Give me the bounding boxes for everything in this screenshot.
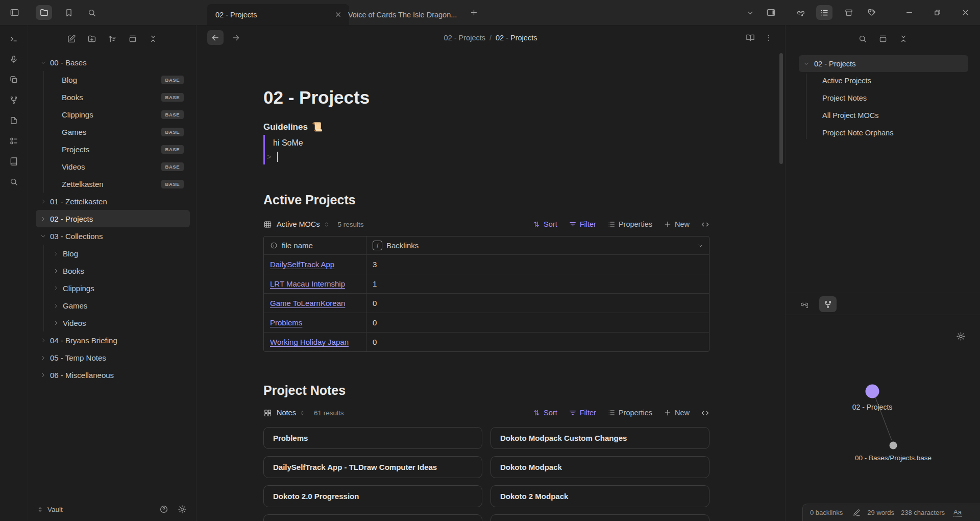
backlinks-cell[interactable]: 0	[366, 294, 709, 313]
note-link[interactable]: Working Holiday Japan	[270, 338, 349, 346]
sidebar-right-toggle-button[interactable]	[763, 5, 779, 20]
outline-item[interactable]: Active Projects	[786, 72, 980, 89]
blockquote[interactable]: hi SoMe >	[263, 135, 709, 164]
view-selector[interactable]: Notes	[277, 409, 296, 417]
note-link[interactable]: DailySelfTrack App	[270, 260, 334, 269]
local-graph-view[interactable]: 02 - Projects 00 - Bases/Projects.base	[786, 315, 980, 504]
tree-item-base[interactable]: ProjectsBASE	[36, 140, 190, 158]
tree-item-folder[interactable]: Blog	[36, 245, 190, 262]
tree-item-base[interactable]: VideosBASE	[36, 158, 190, 175]
view-selector[interactable]: Active MOCs	[277, 220, 320, 228]
file-import-button[interactable]	[6, 113, 21, 128]
checklist-button[interactable]	[6, 133, 21, 149]
breadcrumb-parent[interactable]: 02 - Projects	[444, 34, 485, 42]
copy-button[interactable]	[6, 72, 21, 87]
new-folder-button[interactable]	[84, 31, 100, 46]
fold-button[interactable]	[875, 31, 891, 46]
outline-root-item[interactable]: 02 - Projects	[799, 55, 968, 72]
tree-item-base[interactable]: ClippingsBASE	[36, 106, 190, 123]
outgoing-links-tab[interactable]	[796, 296, 813, 312]
tree-item-folder[interactable]: Videos	[36, 314, 190, 331]
tree-item-folder[interactable]: 01 - Zettelkasten	[36, 193, 190, 210]
note-card[interactable]: Dokoto 2.0 Progression	[263, 485, 482, 507]
search-button[interactable]	[84, 5, 100, 20]
graph-node-secondary[interactable]	[890, 442, 897, 449]
note-card[interactable]	[491, 514, 709, 521]
chevrons-up-down-icon[interactable]	[323, 221, 330, 228]
local-graph-tab[interactable]	[819, 296, 837, 312]
word-count[interactable]: 29 words	[867, 509, 894, 516]
collapse-all-button[interactable]	[145, 31, 161, 46]
note-card[interactable]	[263, 514, 482, 521]
graph-node-primary[interactable]	[866, 385, 879, 398]
backlinks-count[interactable]: 0 backlinks	[810, 509, 843, 516]
scrollbar-thumb[interactable]	[779, 53, 783, 164]
help-button[interactable]	[157, 503, 170, 516]
pencil-icon[interactable]	[852, 509, 861, 517]
workflow-button[interactable]	[6, 92, 21, 108]
note-card[interactable]: Dokoto Modpack Custom Changes	[491, 427, 709, 449]
outgoing-links-button[interactable]	[793, 5, 809, 20]
book-button[interactable]	[6, 154, 21, 169]
tree-item-folder[interactable]: Books	[36, 262, 190, 279]
note-link[interactable]: Problems	[270, 318, 302, 327]
backlinks-cell[interactable]: 0	[366, 313, 709, 332]
tree-item-folder-selected[interactable]: 02 - Projects	[36, 210, 190, 227]
global-search-button[interactable]	[6, 174, 21, 190]
tree-item-folder[interactable]: 00 - Bases	[36, 54, 190, 71]
tree-item-folder[interactable]: Clippings	[36, 279, 190, 297]
outline-item[interactable]: All Project MOCs	[786, 107, 980, 124]
properties-button[interactable]: Properties	[607, 220, 652, 228]
outline-item[interactable]: Project Note Orphans	[786, 124, 980, 141]
fold-button[interactable]	[125, 31, 140, 46]
character-count[interactable]: 238 characters	[901, 509, 945, 516]
backlinks-cell[interactable]: 1	[366, 274, 709, 293]
tree-item-folder[interactable]: 06 - Miscellaneous	[36, 366, 190, 384]
breadcrumb-current[interactable]: 02 - Projects	[496, 34, 537, 42]
column-header-backlinks[interactable]: f Backlinks	[366, 236, 709, 254]
chevron-down-icon[interactable]	[697, 242, 704, 249]
outline-item[interactable]: Project Notes	[786, 89, 980, 107]
outline-search-button[interactable]	[855, 31, 870, 46]
sort-order-button[interactable]	[105, 31, 120, 46]
tab-02-projects[interactable]: 02 - Projects	[207, 4, 349, 25]
audio-recorder-button[interactable]	[6, 52, 21, 67]
new-note-button[interactable]	[64, 31, 79, 46]
more-options-button[interactable]	[761, 30, 777, 45]
tree-item-folder[interactable]: 03 - Collections	[36, 227, 190, 245]
reading-view-button[interactable]	[742, 30, 758, 45]
font-toggle[interactable]: Aa	[953, 508, 962, 517]
bookmarks-button[interactable]	[61, 5, 77, 20]
tree-item-folder[interactable]: 05 - Temp Notes	[36, 349, 190, 366]
sort-button[interactable]: Sort	[532, 220, 557, 228]
restore-button[interactable]	[929, 5, 945, 20]
note-link[interactable]: Game ToLearnKorean	[270, 299, 345, 307]
code-view-button[interactable]	[701, 409, 709, 417]
tree-item-folder[interactable]: Games	[36, 297, 190, 314]
backlinks-cell[interactable]: 0	[366, 333, 709, 351]
filter-button[interactable]: Filter	[569, 220, 596, 228]
code-view-button[interactable]	[701, 220, 709, 229]
tags-button[interactable]	[864, 5, 880, 20]
backlinks-cell[interactable]: 3	[366, 255, 709, 274]
tab-list-dropdown-button[interactable]	[742, 5, 758, 20]
terminal-button[interactable]	[6, 31, 21, 46]
new-button[interactable]: New	[664, 409, 690, 417]
tree-item-base[interactable]: BooksBASE	[36, 88, 190, 106]
collapse-all-button[interactable]	[896, 31, 911, 46]
settings-button[interactable]	[176, 503, 189, 516]
new-button[interactable]: New	[664, 220, 690, 228]
filter-button[interactable]: Filter	[569, 409, 596, 417]
new-tab-button[interactable]	[465, 5, 482, 20]
files-button[interactable]	[36, 5, 52, 20]
list-view-button[interactable]	[816, 5, 832, 20]
tree-item-folder[interactable]: 04 - Bryans Briefing	[36, 331, 190, 349]
note-card[interactable]: DailySelfTrack App - TLDraw Computer Ide…	[263, 456, 482, 478]
vault-switcher[interactable]: Vault	[36, 503, 189, 516]
minimize-button[interactable]	[901, 5, 917, 20]
note-card[interactable]: Dokoto 2 Modpack	[491, 485, 709, 507]
close-button[interactable]	[957, 5, 973, 20]
note-card[interactable]: Dokoto Modpack	[491, 456, 709, 478]
tab-voice-of-cards[interactable]: Voice of Cards The Isle Dragon...	[341, 4, 463, 25]
chevrons-up-down-icon[interactable]	[299, 410, 306, 416]
